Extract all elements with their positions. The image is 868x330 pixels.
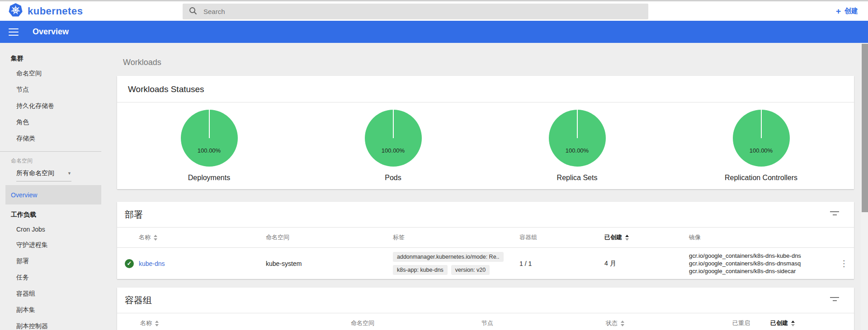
pie-value: 100.00% [549, 147, 606, 154]
namespace-select-label: 命名空间 [0, 153, 108, 167]
label-chip: k8s-app: kube-dns [393, 265, 448, 275]
sidebar-item-jobs[interactable]: 任务 [0, 270, 108, 286]
sidebar-item-storage-classes[interactable]: 存储类 [0, 130, 108, 147]
column-header-restarts[interactable]: 已重启 [732, 319, 770, 327]
sidebar-divider [0, 151, 101, 152]
column-header-namespace[interactable]: 命名空间 [351, 319, 481, 327]
chart-label: Pods [385, 174, 401, 182]
search-icon [189, 7, 197, 17]
kubernetes-logo-icon [8, 3, 23, 19]
status-ok-icon: ✓ [125, 259, 134, 268]
chevron-down-icon: ▼ [67, 171, 71, 176]
create-button[interactable]: + 创建 [836, 1, 858, 21]
sidebar-item-daemon-sets[interactable]: 守护进程集 [0, 237, 108, 253]
pods-pie-chart: 100.00% Pods [301, 106, 485, 182]
namespace-select[interactable]: 所有命名空间 ▼ [16, 169, 71, 181]
column-header-name[interactable]: 名称 [139, 233, 266, 242]
sidebar-header-cluster: 集群 [0, 49, 108, 65]
column-header-namespace[interactable]: 命名空间 [266, 233, 393, 242]
column-header-status[interactable]: 状态 [606, 319, 732, 327]
search-input[interactable] [203, 8, 601, 15]
sort-icon [155, 321, 159, 326]
sidebar: 集群 命名空间 节点 持久化存储卷 角色 存储类 命名空间 所有命名空间 ▼ O… [0, 43, 108, 330]
deployment-namespace: kube-system [266, 260, 393, 267]
deployment-name-link[interactable]: kube-dns [139, 260, 165, 267]
sort-icon [154, 235, 157, 241]
pods-card-title: 容器组 [117, 288, 854, 313]
replication-controllers-pie-chart: 100.00% Replication Controllers [669, 106, 853, 182]
statuses-card-title: Workloads Statuses [117, 76, 854, 102]
sort-icon [791, 321, 795, 326]
status-charts: 100.00% Deployments 100.00% Pods 100.00%… [117, 102, 854, 189]
row-actions-kebab-icon[interactable]: ⋮ [834, 258, 854, 269]
pods-table-header: 名称 命名空间 节点 状态 已重启 已创建 [117, 313, 854, 330]
column-header-created[interactable]: 已创建 [770, 319, 834, 327]
hamburger-menu-icon[interactable] [9, 28, 19, 36]
label-chip: addonmanager.kubernetes.io/mode: Re.. [393, 252, 504, 262]
filter-icon[interactable] [830, 209, 840, 217]
chart-label: Deployments [188, 174, 230, 182]
sidebar-item-overview-label: Overview [11, 191, 37, 199]
sidebar-header-workloads: 工作负载 [0, 205, 108, 222]
chart-label: Replication Controllers [725, 174, 797, 182]
sidebar-item-namespaces[interactable]: 命名空间 [0, 65, 108, 82]
sidebar-item-roles[interactable]: 角色 [0, 114, 108, 130]
deployments-card: 部署 名称 命名空间 标签 容器组 已创建 镜像 ✓ [117, 202, 854, 279]
column-header-name[interactable]: 名称 [140, 319, 351, 327]
filter-icon[interactable] [830, 295, 840, 303]
main-content: Workloads Workloads Statuses 100.00% Dep… [108, 43, 868, 330]
scrollbar-track[interactable] [861, 43, 868, 330]
sidebar-item-overview[interactable]: Overview [5, 185, 101, 205]
sort-icon [625, 235, 629, 241]
sidebar-item-deployments[interactable]: 部署 [0, 253, 108, 270]
pie: 100.00% [549, 110, 606, 167]
plus-icon: + [836, 7, 841, 15]
column-header-created[interactable]: 已创建 [604, 233, 689, 242]
deployments-table-header: 名称 命名空间 标签 容器组 已创建 镜像 [117, 227, 854, 247]
sidebar-item-pods[interactable]: 容器组 [0, 286, 108, 302]
deployment-images: gcr.io/google_containers/k8s-dns-kube-dn… [689, 252, 834, 275]
pie-value: 100.00% [365, 147, 422, 154]
replica-sets-pie-chart: 100.00% Replica Sets [485, 106, 669, 182]
search-bar[interactable] [183, 4, 648, 19]
page-title: Workloads [123, 58, 868, 67]
create-button-label: 创建 [844, 7, 858, 15]
scrollbar-thumb[interactable] [862, 44, 868, 212]
top-header: kubernetes + 创建 [0, 0, 868, 21]
pie: 100.00% [365, 110, 422, 167]
deployment-pods-count: 1 / 1 [519, 260, 604, 267]
sidebar-item-replication-controllers[interactable]: 副本控制器 [0, 318, 108, 330]
app-bar: Overview [0, 21, 868, 43]
label-chips: addonmanager.kubernetes.io/mode: Re.. k8… [393, 252, 519, 275]
chart-label: Replica Sets [557, 174, 598, 182]
table-row: ✓ kube-dns kube-system addonmanager.kube… [117, 247, 854, 279]
namespace-select-value: 所有命名空间 [16, 169, 54, 177]
appbar-title: Overview [33, 27, 69, 37]
deployments-card-title: 部署 [117, 202, 854, 227]
column-header-images[interactable]: 镜像 [689, 233, 834, 242]
label-chip: version: v20 [451, 265, 490, 275]
pie: 100.00% [733, 110, 790, 167]
kubernetes-brand[interactable]: kubernetes [0, 3, 83, 19]
column-header-pods[interactable]: 容器组 [519, 233, 604, 242]
pods-card: 容器组 名称 命名空间 节点 状态 已重启 已创建 [117, 288, 854, 330]
sidebar-item-cron-jobs[interactable]: Cron Jobs [0, 222, 108, 237]
brand-text: kubernetes [28, 5, 83, 17]
sidebar-item-persistent-volumes[interactable]: 持久化存储卷 [0, 98, 108, 114]
sort-icon [621, 321, 624, 326]
column-header-labels[interactable]: 标签 [393, 233, 519, 242]
deployment-created: 4 月 [604, 260, 689, 268]
sidebar-item-replica-sets[interactable]: 副本集 [0, 302, 108, 318]
pie-value: 100.00% [733, 147, 790, 154]
pie-value: 100.00% [181, 147, 238, 154]
sidebar-item-nodes[interactable]: 节点 [0, 82, 108, 98]
column-header-node[interactable]: 节点 [481, 319, 606, 327]
deployments-pie-chart: 100.00% Deployments [117, 106, 301, 182]
pie: 100.00% [181, 110, 238, 167]
workloads-statuses-card: Workloads Statuses 100.00% Deployments 1… [117, 76, 854, 189]
